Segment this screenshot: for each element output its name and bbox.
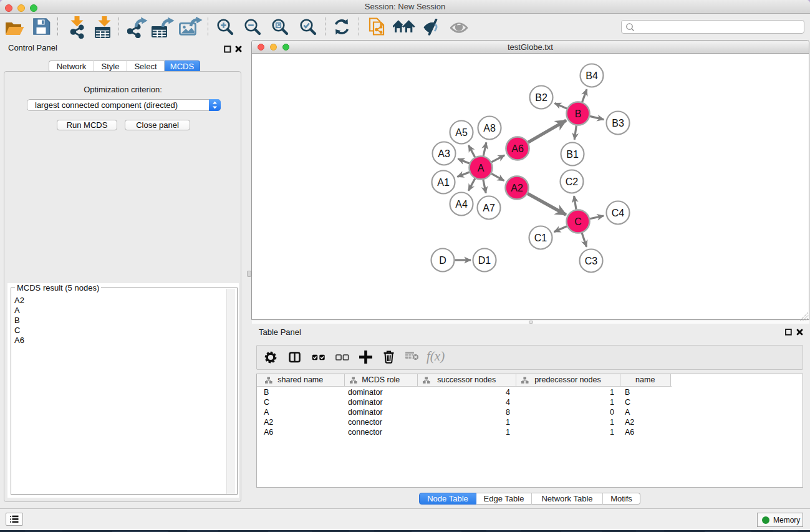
svg-text:A6: A6	[511, 143, 524, 154]
svg-text:A3: A3	[438, 148, 450, 159]
svg-text:A: A	[478, 163, 485, 173]
svg-text:A1: A1	[437, 177, 450, 188]
svg-text:B4: B4	[586, 70, 598, 81]
svg-text:A8: A8	[483, 123, 496, 133]
svg-text:D1: D1	[478, 255, 491, 266]
svg-text:B1: B1	[566, 149, 579, 160]
svg-text:C: C	[574, 216, 582, 227]
svg-text:A7: A7	[483, 203, 495, 213]
svg-text:B2: B2	[535, 92, 547, 103]
svg-text:B: B	[575, 109, 582, 119]
svg-text:A4: A4	[455, 199, 468, 210]
svg-text:D: D	[439, 255, 446, 266]
svg-text:C1: C1	[534, 233, 547, 243]
svg-text:C2: C2	[566, 177, 579, 187]
svg-text:A5: A5	[455, 127, 468, 138]
svg-text:A2: A2	[511, 183, 523, 193]
svg-text:C3: C3	[585, 256, 598, 266]
svg-text:C4: C4	[612, 208, 625, 218]
svg-text:B3: B3	[612, 118, 624, 128]
